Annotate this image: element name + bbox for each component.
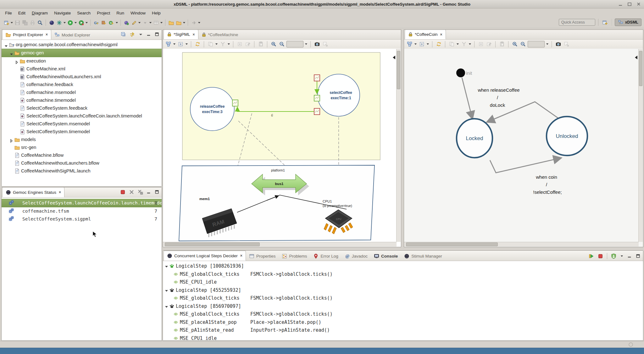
tree-item-src-gen[interactable]: src-gen (2, 144, 162, 151)
tab-sigpml[interactable]: *SigPML × (164, 30, 198, 39)
minimize-view-icon[interactable] (627, 254, 632, 259)
tree-item-selectcoffeesystem-msemodel[interactable]: SelectCoffeeSystem.msemodel (2, 120, 162, 128)
menu-edit[interactable]: Edit (15, 9, 29, 17)
camera-icon[interactable] (313, 41, 321, 48)
decider-shield-icon[interactable] (611, 253, 616, 259)
zoom-level-combo[interactable] (528, 41, 545, 47)
expanded-arrow-icon[interactable] (164, 289, 169, 293)
collapse-all-icon[interactable] (121, 32, 126, 37)
chevron-down-icon[interactable] (149, 19, 152, 26)
tab-gemoc-engines-status[interactable]: Gemoc Engines Status × (2, 187, 64, 197)
chevron-down-icon[interactable] (620, 254, 624, 259)
open-perspective-icon[interactable] (601, 19, 609, 26)
tree-item-execution[interactable]: execution (2, 57, 162, 65)
tree-item-coffemachine-msemodel[interactable]: coffemachine.msemodel (2, 89, 162, 96)
agent-selectcoffee[interactable] (318, 74, 360, 116)
state-init[interactable] (456, 68, 465, 77)
tab-concurrent-logical-steps-decider[interactable]: Concurrent Logical Steps Decider× (164, 251, 246, 261)
chevron-down-icon[interactable] (215, 41, 218, 48)
maximize-view-icon[interactable] (155, 190, 159, 194)
menu-window[interactable]: Window (127, 9, 149, 17)
stop-engine-icon[interactable] (120, 189, 125, 195)
chevron-down-icon[interactable] (138, 19, 141, 26)
zoom-level-combo[interactable] (286, 41, 303, 47)
maximize-view-icon[interactable] (155, 32, 159, 37)
new-folder-icon[interactable] (167, 19, 175, 26)
close-icon[interactable]: × (46, 32, 48, 37)
chevron-down-icon[interactable] (468, 41, 472, 48)
close-icon[interactable]: × (59, 190, 61, 194)
tree-item-models[interactable]: models (2, 136, 162, 144)
expanded-arrow-icon[interactable] (164, 264, 169, 269)
close-icon[interactable]: × (440, 32, 442, 37)
tree-item-coffeemachine-xml[interactable]: CoffeeMachine.xml (2, 65, 162, 73)
annotation-pencil-icon[interactable] (130, 19, 138, 26)
coffeecoin-diagram-canvas[interactable]: init Locked Unlocked when releaseCoffee … (404, 49, 643, 247)
tab-coffeecoin[interactable]: *CoffeeCoin × (405, 30, 446, 39)
window-close-button[interactable] (637, 2, 641, 6)
agent-releasecoffee[interactable] (190, 87, 234, 131)
tree-item-gemoc-gen[interactable]: gemoc-gen (2, 49, 162, 57)
skip-breakpoints-icon[interactable] (55, 19, 63, 26)
tab-coffeemachine[interactable]: *CoffeeMachine (198, 30, 242, 39)
camera-icon[interactable] (554, 41, 562, 48)
engine-row[interactable]: coffemachine.tfsm7 (2, 207, 162, 215)
coffeecoin-horizontal-scrollbar[interactable] (404, 242, 639, 247)
zoom-out-icon[interactable] (519, 41, 527, 48)
java-sphere-icon[interactable] (48, 19, 55, 26)
tree-item-coffeemachinewithoutlaunchers-bflow[interactable]: CoffeeMachinewithoutLaunchers.bflow (2, 159, 162, 167)
tree-item-selectcoffeesystem-timemodel[interactable]: SelectCoffeeSystem.timemodel (2, 128, 162, 136)
tree-item-coffemachine-timemodel[interactable]: coffemachine.timemodel (2, 96, 162, 104)
close-icon[interactable]: × (193, 32, 195, 37)
sigpml-vertical-scrollbar[interactable] (396, 49, 401, 242)
engine-row[interactable]: SelectCoffeeSystem.launchCoffeeCoin.laun… (2, 199, 162, 207)
chevron-down-icon[interactable] (426, 41, 430, 48)
refresh-icon[interactable] (435, 41, 442, 48)
chevron-down-icon[interactable] (85, 19, 88, 26)
refresh-icon[interactable] (194, 41, 201, 48)
menu-diagram[interactable]: Diagram (29, 9, 51, 17)
chevron-down-icon[interactable] (10, 19, 14, 26)
logical-step-row[interactable]: LogicalStep [455255932] (163, 286, 643, 295)
minimize-view-icon[interactable] (147, 32, 151, 37)
tab-project-explorer[interactable]: Project Explorer × (2, 30, 51, 40)
gemoc-run-c-icon[interactable]: G (108, 19, 115, 26)
chevron-down-icon[interactable] (197, 19, 201, 26)
gemoc-run-b-icon[interactable] (100, 19, 108, 26)
chevron-down-icon[interactable] (63, 19, 66, 26)
tree-item-coffeemachinewithsigpml-launch[interactable]: CoffeeMachinewithSigPML.launch (2, 167, 162, 175)
tree-item-selectcoffeesystem-feedback[interactable]: SelectCoffeeSystem.feedback (2, 104, 162, 112)
engine-row[interactable]: SelectCoffeeSystem.sigpml7 (2, 215, 162, 223)
view-menu-icon[interactable] (138, 32, 143, 37)
marquee-icon[interactable] (418, 41, 425, 48)
zoom-in-icon[interactable] (270, 41, 277, 48)
perspective-xdsml-button[interactable]: xDSML (615, 19, 641, 26)
chevron-down-icon[interactable] (173, 41, 176, 48)
palette-collapse-icon[interactable] (635, 56, 637, 59)
mse-event-row[interactable]: MSE_CPU1_idle (163, 278, 643, 286)
mse-event-row[interactable]: MSE_globalClock_ticksFSMClock->globalClo… (163, 310, 643, 319)
chevron-down-icon[interactable] (456, 41, 459, 48)
sigpml-diagram-canvas[interactable]: releaseCoffee execTime:3 selectCoffee ex… (163, 49, 401, 247)
chevron-down-icon[interactable] (546, 41, 549, 48)
window-minimize-button[interactable] (619, 2, 623, 6)
dispose-engine-icon[interactable] (129, 189, 134, 195)
sigpml-horizontal-scrollbar[interactable] (163, 242, 397, 247)
chevron-down-icon[interactable] (160, 19, 163, 26)
chevron-down-icon[interactable] (414, 41, 417, 48)
tab-javadoc[interactable]: @Javadoc (341, 251, 371, 261)
mse-event-row[interactable]: MSE_pA1inState_readInputPort->pA1inState… (163, 326, 643, 335)
dispose-all-engines-icon[interactable] (138, 189, 143, 195)
expanded-arrow-icon[interactable] (164, 305, 169, 309)
mse-event-row[interactable]: MSE_globalClock_ticksFSMClock->globalClo… (163, 294, 643, 302)
stop-execution-icon[interactable] (598, 253, 603, 259)
menu-search[interactable]: Search (74, 9, 94, 17)
folder-icon[interactable] (175, 19, 182, 26)
logical-step-row[interactable]: LogicalStep [1008261936] (163, 262, 643, 270)
coffeecoin-vertical-scrollbar[interactable] (638, 49, 643, 242)
chevron-down-icon[interactable] (304, 41, 308, 48)
desktop-taskbar[interactable] (0, 348, 644, 354)
tab-problems[interactable]: Problems (279, 251, 310, 261)
menu-navigate[interactable]: Navigate (51, 9, 74, 17)
tree-item-coffeemachinewithoutlaunchers-xml[interactable]: CoffeeMachinewithoutLaunchers.xml (2, 73, 162, 81)
